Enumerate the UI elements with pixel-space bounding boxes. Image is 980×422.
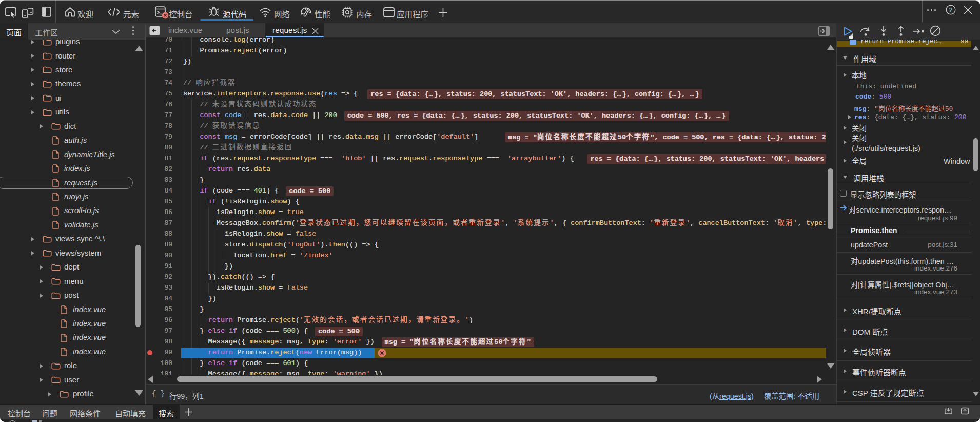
svg-text:?: ? — [949, 7, 952, 13]
